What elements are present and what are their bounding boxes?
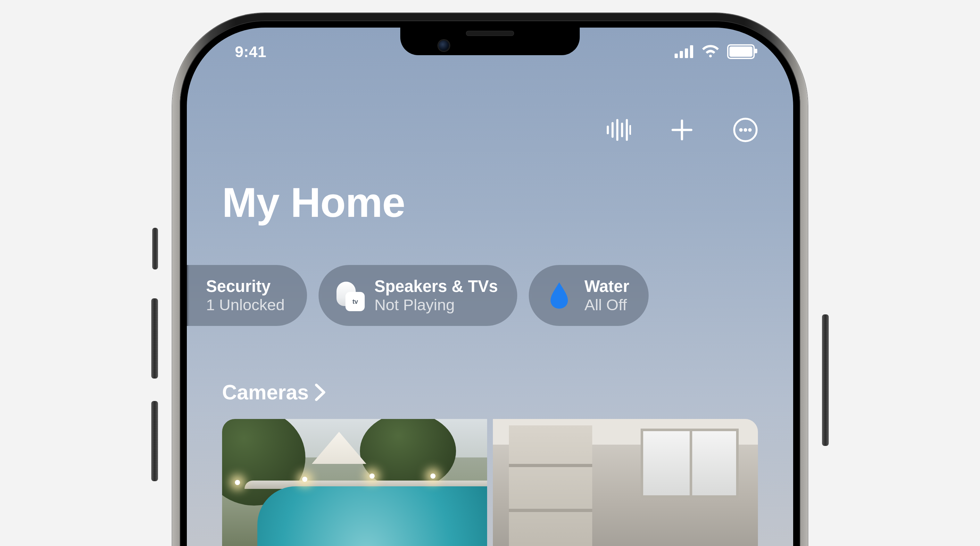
section-title: Cameras	[222, 380, 309, 404]
chip-status: Not Playing	[374, 296, 498, 314]
category-chip-speakers[interactable]: tv Speakers & TVs Not Playing	[318, 265, 517, 326]
phone-bezel: 9:41	[180, 21, 800, 546]
cellular-signal-icon	[675, 45, 694, 58]
phone-volume-down	[151, 401, 158, 481]
chip-title: Speakers & TVs	[374, 277, 498, 296]
category-chip-security[interactable]: Security 1 Unlocked	[187, 265, 307, 326]
camera-tile-backyard[interactable]	[222, 419, 487, 546]
status-time: 9:41	[235, 43, 266, 61]
header-action-bar	[606, 117, 758, 142]
section-header-cameras[interactable]: Cameras	[222, 380, 326, 404]
chevron-right-icon	[314, 384, 326, 401]
chip-title: Water	[585, 277, 629, 296]
camera-thumbnails	[222, 419, 758, 546]
more-icon[interactable]	[733, 117, 758, 142]
status-bar: 9:41	[187, 27, 793, 76]
chip-status: 1 Unlocked	[206, 296, 285, 314]
phone-screen: 9:41	[187, 27, 793, 546]
screenshot-stage: 9:41	[0, 0, 980, 546]
chip-status: All Off	[585, 296, 629, 314]
camera-tile-garage[interactable]	[493, 419, 758, 546]
phone-frame: 9:41	[172, 13, 808, 546]
category-summary-row[interactable]: Security 1 Unlocked tv Speakers & TVs No…	[187, 265, 793, 326]
water-drop-icon	[545, 281, 574, 310]
category-chip-water[interactable]: Water All Off	[529, 265, 649, 326]
speakers-tv-icon: tv	[334, 281, 363, 310]
status-indicators	[675, 44, 755, 59]
svg-point-10	[744, 128, 747, 132]
phone-volume-up	[151, 299, 158, 378]
add-icon[interactable]	[670, 117, 694, 142]
svg-point-9	[739, 128, 743, 132]
phone-power-button	[822, 315, 829, 446]
phone-side-switch	[152, 228, 158, 270]
wifi-icon	[701, 45, 720, 59]
svg-point-11	[748, 128, 752, 132]
intercom-icon[interactable]	[606, 117, 631, 142]
battery-icon	[727, 44, 755, 59]
page-title: My Home	[222, 178, 405, 227]
chip-title: Security	[206, 277, 285, 296]
